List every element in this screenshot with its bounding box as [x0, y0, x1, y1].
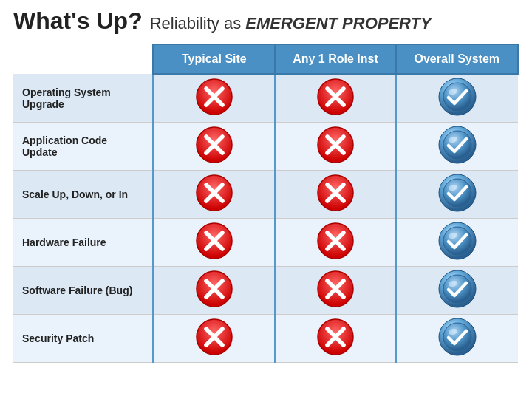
cell-typical: [153, 74, 275, 123]
table-row: Hardware Failure: [13, 219, 518, 267]
row-label: Scale Up, Down, or In: [13, 171, 153, 219]
cell-overall: [396, 74, 518, 123]
cell-overall: [396, 315, 518, 363]
x-icon: [195, 318, 233, 356]
main-table: Typical Site Any 1 Role Inst Overall Sys…: [13, 44, 519, 363]
cell-typical: [153, 171, 275, 219]
x-icon: [195, 222, 233, 260]
x-icon: [316, 126, 355, 164]
x-icon: [316, 174, 355, 212]
check-icon: [438, 270, 477, 308]
x-icon: [195, 270, 233, 308]
cell-any1: [275, 171, 395, 219]
x-icon: [316, 222, 355, 260]
x-icon: [195, 174, 233, 212]
check-icon: [438, 174, 477, 212]
title-bar: What's Up? Reliability as EMERGENT PROPE…: [13, 7, 519, 35]
row-label: Software Failure (Bug): [13, 267, 153, 315]
cell-overall: [396, 219, 518, 267]
cell-any1: [275, 123, 395, 171]
row-label: Application Code Update: [13, 123, 153, 171]
cell-typical: [153, 219, 275, 267]
page: What's Up? Reliability as EMERGENT PROPE…: [0, 0, 532, 399]
cell-typical: [153, 315, 275, 363]
cell-any1: [275, 219, 395, 267]
table-row: Security Patch: [13, 315, 518, 363]
x-icon: [316, 318, 355, 356]
cell-overall: [396, 267, 518, 315]
cell-any1: [275, 315, 395, 363]
row-label: Hardware Failure: [13, 219, 153, 267]
row-label: Security Patch: [13, 315, 153, 363]
col-header-overall: Overall System: [396, 44, 518, 74]
title-bold: What's Up?: [13, 7, 143, 35]
table-row: Software Failure (Bug): [13, 267, 518, 315]
check-icon: [438, 222, 477, 260]
title-rest: Reliability as: [150, 14, 246, 33]
table-row: Operating System Upgrade: [13, 74, 518, 123]
table-row: Application Code Update: [13, 123, 518, 171]
x-icon: [316, 78, 355, 116]
cell-typical: [153, 123, 275, 171]
col-header-typical: Typical Site: [153, 44, 275, 74]
title-sub: Reliability as EMERGENT PROPERTY: [150, 14, 432, 33]
check-icon: [438, 78, 477, 116]
x-icon: [195, 126, 233, 164]
title-emphasis: EMERGENT PROPERTY: [245, 14, 431, 33]
check-icon: [438, 318, 477, 356]
col-header-empty: [13, 44, 153, 74]
x-icon: [316, 270, 355, 308]
cell-overall: [396, 123, 518, 171]
cell-any1: [275, 74, 395, 123]
x-icon: [195, 78, 233, 116]
row-label: Operating System Upgrade: [13, 74, 153, 123]
col-header-any1: Any 1 Role Inst: [275, 44, 395, 74]
cell-any1: [275, 267, 395, 315]
cell-typical: [153, 267, 275, 315]
table-row: Scale Up, Down, or In: [13, 171, 518, 219]
check-icon: [438, 126, 477, 164]
cell-overall: [396, 171, 518, 219]
